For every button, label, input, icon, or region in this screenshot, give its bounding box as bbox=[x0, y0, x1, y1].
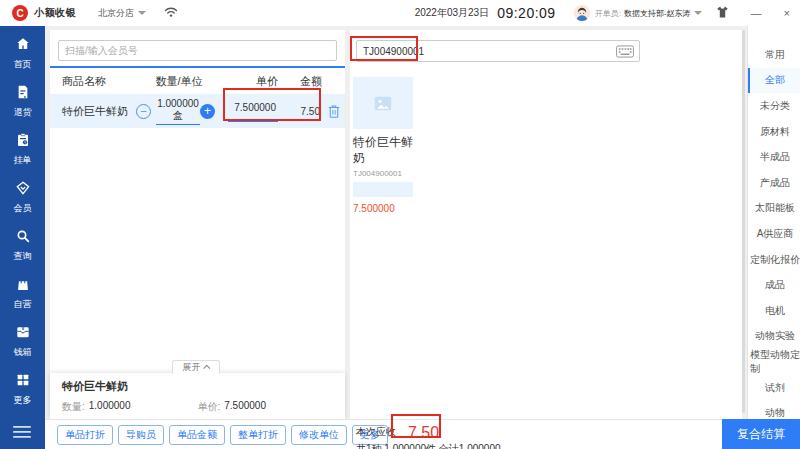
member-search-box bbox=[58, 40, 337, 61]
category-item[interactable]: 动物实验 bbox=[748, 324, 800, 350]
product-card[interactable]: 特价巨牛鲜奶 TJ004900001 7.500000 bbox=[353, 77, 415, 214]
item-discount-button[interactable]: 单品打折 bbox=[57, 425, 113, 445]
hold-order-icon bbox=[15, 132, 31, 152]
product-spec-bar bbox=[353, 182, 413, 197]
col-product-name: 商品名称 bbox=[62, 74, 136, 89]
nav-item-self-operated[interactable]: 自营 bbox=[0, 274, 45, 313]
due-amount: 7.50 bbox=[408, 422, 439, 441]
member-search-input[interactable] bbox=[59, 45, 336, 56]
category-item[interactable]: 常用 bbox=[748, 42, 800, 68]
hamburger-menu-icon[interactable] bbox=[13, 424, 31, 442]
chevron-down-icon bbox=[138, 11, 146, 15]
theme-shirt-icon[interactable] bbox=[716, 4, 729, 22]
col-qty-unit: 数量/单位 bbox=[136, 74, 222, 89]
minimize-button[interactable]: — bbox=[751, 7, 762, 19]
category-item[interactable]: A供应商 bbox=[748, 221, 800, 247]
member-icon bbox=[15, 180, 31, 200]
col-amount: 金额 bbox=[278, 74, 322, 89]
cashier-label: 开单员: bbox=[595, 8, 621, 19]
left-nav-sidebar: 首页 退货 挂单 会员 查询 自营 ¥ 钱箱 更多 bbox=[0, 26, 45, 449]
col-unit-price: 单价 bbox=[222, 74, 278, 89]
cart-table-header: 商品名称 数量/单位 单价 金额 bbox=[50, 68, 345, 94]
order-discount-button[interactable]: 整单打折 bbox=[230, 425, 286, 445]
category-item[interactable]: 模型动物定制 bbox=[748, 349, 800, 375]
top-bar: C 小额收银 北京分店 2022年03月23日 09:20:09 开单员: 数据… bbox=[0, 0, 800, 26]
category-item[interactable]: 未分类 bbox=[748, 93, 800, 119]
cashier-avatar bbox=[574, 5, 590, 21]
detail-qty-label: 数量: bbox=[62, 400, 85, 414]
brand-logo-icon: C bbox=[12, 5, 28, 21]
qty-plus-button[interactable]: + bbox=[200, 104, 215, 119]
catalog-panel: 特价巨牛鲜奶 TJ004900001 7.500000 bbox=[350, 30, 742, 419]
expand-toggle[interactable]: 展开 bbox=[172, 360, 220, 374]
return-goods-icon bbox=[15, 84, 31, 104]
product-name: 特价巨牛鲜奶 bbox=[353, 135, 415, 166]
wifi-icon bbox=[164, 4, 178, 22]
cash-drawer-icon: ¥ bbox=[15, 324, 31, 344]
time-text: 09:20:09 bbox=[497, 5, 556, 21]
date-text: 2022年03月23日 bbox=[415, 6, 490, 20]
category-item[interactable]: 电机 bbox=[748, 298, 800, 324]
cart-item-name: 特价巨牛鲜奶 bbox=[62, 104, 136, 119]
chevron-up-icon bbox=[203, 365, 210, 372]
category-item[interactable]: 定制化报价 bbox=[748, 247, 800, 273]
category-item[interactable]: 原材料 bbox=[748, 119, 800, 145]
settle-button[interactable]: 复合结算 bbox=[722, 419, 800, 449]
barcode-search-input[interactable] bbox=[357, 46, 616, 57]
more-grid-icon bbox=[15, 372, 31, 392]
cashier-selector[interactable]: 开单员: 数据支持部-赵东涛 bbox=[595, 8, 702, 19]
nav-item-hold-order[interactable]: 挂单 bbox=[0, 130, 45, 169]
store-selector[interactable]: 北京分店 bbox=[98, 7, 146, 20]
cart-row[interactable]: 特价巨牛鲜奶 − 1.000000 盒 + 7.500000 7.50 bbox=[50, 94, 345, 128]
unit-value: 盒 bbox=[173, 109, 183, 123]
home-icon bbox=[15, 36, 31, 56]
checkout-totals: 本次应收 7.50 共1种 1.000000件 合计1.000000 bbox=[356, 420, 501, 449]
nav-item-home[interactable]: 首页 bbox=[0, 34, 45, 73]
category-item[interactable]: 产成品 bbox=[748, 170, 800, 196]
product-code: TJ004900001 bbox=[353, 169, 415, 178]
qty-minus-button[interactable]: − bbox=[136, 104, 151, 119]
category-item[interactable]: 动物 bbox=[748, 400, 800, 419]
due-label: 本次应收 bbox=[356, 420, 396, 441]
detail-item-name: 特价巨牛鲜奶 bbox=[62, 379, 333, 394]
qty-unit-field[interactable]: 1.000000 盒 bbox=[156, 98, 200, 125]
product-price: 7.500000 bbox=[353, 203, 415, 214]
category-item[interactable]: 半成品 bbox=[748, 144, 800, 170]
product-image-placeholder bbox=[353, 77, 413, 129]
detail-qty-value: 1.000000 bbox=[89, 400, 131, 414]
chevron-down-icon bbox=[694, 11, 702, 15]
detail-price-value: 7.500000 bbox=[224, 400, 266, 414]
category-sidebar: 常用 全部 未分类 原材料 半成品 产成品 太阳能板 A供应商 定制化报价 成品… bbox=[747, 26, 800, 419]
topbar-right: 2022年03月23日 09:20:09 开单员: 数据支持部-赵东涛 — × bbox=[415, 4, 800, 22]
query-icon bbox=[15, 228, 31, 248]
delete-item-button[interactable] bbox=[322, 104, 341, 119]
category-item[interactable]: 试剂 bbox=[748, 375, 800, 401]
nav-item-returns[interactable]: 退货 bbox=[0, 82, 45, 121]
detail-price-label: 单价: bbox=[198, 400, 221, 414]
unit-price-field[interactable]: 7.500000 bbox=[228, 102, 278, 122]
nav-item-query[interactable]: 查询 bbox=[0, 226, 45, 265]
nav-item-member[interactable]: 会员 bbox=[0, 178, 45, 217]
cart-actions: 单品打折 导购员 单品金额 整单打折 修改单位 更多 bbox=[57, 425, 388, 445]
item-detail-card: 特价巨牛鲜奶 数量:1.000000 单价:7.500000 金额:7.50 部… bbox=[50, 373, 345, 419]
salesperson-button[interactable]: 导购员 bbox=[118, 425, 164, 445]
shopping-bag-icon bbox=[15, 276, 31, 296]
barcode-search-box bbox=[356, 40, 640, 62]
nav-item-cash-drawer[interactable]: ¥ 钱箱 bbox=[0, 322, 45, 361]
keyboard-icon[interactable] bbox=[616, 45, 634, 58]
store-name: 北京分店 bbox=[98, 7, 134, 20]
cashier-name: 数据支持部-赵东涛 bbox=[624, 8, 691, 19]
expand-label: 展开 bbox=[183, 361, 201, 374]
nav-item-more[interactable]: 更多 bbox=[0, 370, 45, 409]
amount-value: 7.50 bbox=[278, 106, 322, 117]
bottom-bar: 单品打折 导购员 单品金额 整单打折 修改单位 更多 本次应收 7.50 共1种… bbox=[45, 419, 800, 449]
close-button[interactable]: × bbox=[784, 7, 790, 19]
change-unit-button[interactable]: 修改单位 bbox=[291, 425, 347, 445]
category-item[interactable]: 太阳能板 bbox=[748, 196, 800, 222]
category-scrollbar[interactable] bbox=[742, 30, 745, 413]
qty-value: 1.000000 bbox=[157, 98, 199, 109]
order-summary: 共1种 1.000000件 合计1.000000 bbox=[356, 442, 501, 449]
category-item[interactable]: 成品 bbox=[748, 272, 800, 298]
item-amount-button[interactable]: 单品金额 bbox=[169, 425, 225, 445]
category-item-selected[interactable]: 全部 bbox=[748, 68, 800, 94]
